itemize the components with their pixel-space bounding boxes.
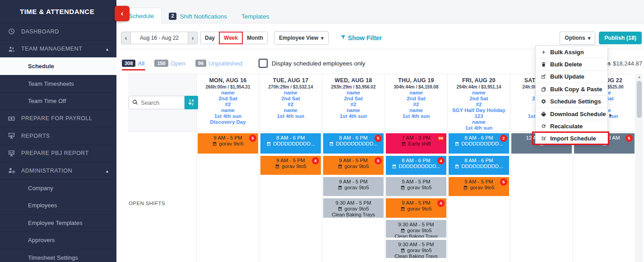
open-shifts-label: OPEN SHIFTS xyxy=(129,201,165,206)
sidebar-item-employee-templates[interactable]: Employee Templates xyxy=(0,214,116,232)
publish-button[interactable]: Publish (18) xyxy=(599,32,642,44)
day-link[interactable]: 123 xyxy=(448,113,510,119)
shift-slot xyxy=(511,154,572,176)
shift-card[interactable]: 9:30 AM - 5 PMgorav 9to5Clean Baking Tra… xyxy=(323,198,384,218)
shift-slot xyxy=(574,176,635,197)
menu-item-recalculate[interactable]: Recalculate xyxy=(536,120,607,132)
menu-item-schedule-settings[interactable]: Schedule Settings xyxy=(536,95,607,108)
sidebar-item-team-management[interactable]: TEAM MANAGEMENT xyxy=(0,40,116,58)
day-link[interactable]: name xyxy=(259,90,322,96)
scheduled-only-checkbox-group[interactable]: Display scheduled employees only xyxy=(259,59,365,68)
day-link[interactable]: name xyxy=(197,108,259,113)
menu-item-bulk-update[interactable]: Bulk Update xyxy=(536,70,607,83)
day-link[interactable]: #2 xyxy=(322,102,385,108)
sidebar-item-team-time-off[interactable]: Team Time Off xyxy=(0,92,116,110)
sidebar-item-schedule[interactable]: Schedule xyxy=(0,57,116,75)
scheduled-only-checkbox[interactable] xyxy=(259,59,268,68)
date-range[interactable]: Aug 16 - Aug 22 xyxy=(131,32,188,44)
scroll-up-icon[interactable]: ▲ xyxy=(636,74,643,80)
edit-icon xyxy=(541,74,547,80)
sidebar-item-reports[interactable]: REPORTS xyxy=(0,127,116,145)
shift-card[interactable]: 7 AM - 3 PMEarly shift99 xyxy=(386,133,446,154)
day-link[interactable]: 1st 4th sun xyxy=(322,113,385,119)
day-link[interactable]: name xyxy=(448,90,510,96)
day-link[interactable]: Discovery Day xyxy=(197,119,259,125)
day-link[interactable]: 2nd Sat xyxy=(197,96,259,102)
shift-slot xyxy=(511,197,572,219)
menu-item-bulk-assign[interactable]: Bulk Assign xyxy=(536,46,607,58)
sidebar-item-administration[interactable]: ADMINISTRATION xyxy=(0,162,116,179)
shift-card[interactable]: 9 AM - 5 PMgorav 9to54 xyxy=(260,156,321,175)
employee-view-dropdown[interactable]: Employee View xyxy=(274,31,329,45)
shift-card[interactable]: 9 AM - 5 PMgorav 9to55 xyxy=(323,156,384,175)
day-link[interactable]: name xyxy=(448,119,510,125)
menu-item-bulk-copy-paste[interactable]: Bulk Copy & Paste xyxy=(536,83,607,95)
filter-chip-open[interactable]: 150Open xyxy=(154,60,185,67)
day-link[interactable]: name xyxy=(385,108,447,113)
day-link[interactable]: #2 xyxy=(385,102,447,108)
view-month-button[interactable]: Month xyxy=(242,32,268,44)
sidebar-item-approvers[interactable]: Approvers xyxy=(0,231,116,249)
day-link[interactable]: name xyxy=(197,90,259,96)
sidebar-item-prepare-for-payroll[interactable]: PREPARE FOR PAYROLL xyxy=(0,110,116,127)
sidebar-item-company[interactable]: Company xyxy=(0,179,116,197)
sidebar-item-employees[interactable]: Employees xyxy=(0,196,116,214)
shift-card[interactable]: 9 AM - 5 PMgorav 9to55 xyxy=(449,177,509,196)
sidebar-item-dashboard[interactable]: DASHBOARD xyxy=(0,23,116,40)
shift-card[interactable]: 8 AM - 6 PMDDDDDDDDDD...2 xyxy=(449,133,509,154)
day-link[interactable]: 1st 4th sun xyxy=(448,125,510,131)
menu-item-import-schedule[interactable]: Import Schedule xyxy=(536,132,607,145)
shift-card[interactable]: 8 AM - 6 PMDDDDDDDDDD...5 xyxy=(323,133,384,154)
shift-card[interactable]: 9 AM - 5 PMgorav 9to54 xyxy=(386,198,446,218)
day-link[interactable]: 2nd Sat xyxy=(259,96,322,102)
sidebar-item-prepare-pbj-report[interactable]: PREPARE PBJ REPORT xyxy=(0,145,116,162)
prev-week-button[interactable]: ‹ xyxy=(121,32,131,44)
tab-shift-notifications[interactable]: 2Shift Notifications xyxy=(162,9,234,23)
day-link[interactable]: name xyxy=(322,108,385,113)
sidebar-item-team-timesheets[interactable]: Team Timesheets xyxy=(0,75,116,93)
day-link[interactable]: 2nd Sat xyxy=(385,96,447,102)
shift-card[interactable]: 9 AM - 5 PMgorav 9to55 xyxy=(198,133,258,154)
day-link[interactable]: #2 xyxy=(448,102,510,108)
day-link[interactable]: SGY Half Day Holiday xyxy=(448,108,510,113)
filter-chip-unpublished[interactable]: 96Unpublished xyxy=(195,60,242,67)
shift-card[interactable]: 9 AM - 5 PMgorav 9to5 xyxy=(386,177,446,196)
show-filter-button[interactable]: Show Filter xyxy=(340,34,382,42)
day-link[interactable]: 1st 4th sun xyxy=(385,113,447,119)
menu-item-bulk-delete[interactable]: Bulk Delete xyxy=(536,58,607,70)
options-button[interactable]: Options xyxy=(560,32,595,45)
day-link[interactable]: #2 xyxy=(259,102,322,108)
day-link[interactable]: 2nd Sat xyxy=(322,96,385,102)
day-header-thu-aug-19: THU, AUG 19304h:44m / $4,159.08name2nd S… xyxy=(385,74,447,131)
shift-time: 9 AM - 5 PM xyxy=(386,178,446,185)
day-link[interactable]: name xyxy=(259,108,322,113)
scrollbar-handle[interactable] xyxy=(637,81,642,118)
shift-slot xyxy=(511,219,572,239)
next-week-button[interactable]: › xyxy=(188,32,198,44)
shift-card[interactable]: 8 AM - 6 PMDDDDDDDDDD... xyxy=(449,156,509,175)
shift-slot xyxy=(574,239,635,259)
shift-card[interactable]: 9:30 AM - 5 PMgorav 9to5Clean Baking Tra… xyxy=(386,240,446,258)
day-column-wed-aug-18: 8 AM - 6 PMDDDDDDDDDD...59 AM - 5 PMgora… xyxy=(322,132,385,262)
sidebar-item-timesheet-settings[interactable]: Timesheet Settings xyxy=(0,249,116,262)
day-link[interactable]: 1st 4th sun xyxy=(259,113,322,119)
day-link[interactable]: #2 xyxy=(197,102,259,108)
view-day-button[interactable]: Day xyxy=(200,32,219,44)
view-week-button[interactable]: Week xyxy=(219,32,243,44)
menu-item-download-schedule[interactable]: Download Schedule xyxy=(536,108,607,120)
shift-name-line: DDDDDDDDDD... xyxy=(323,141,384,147)
vertical-scrollbar[interactable]: ▲ xyxy=(635,74,643,262)
day-link[interactable]: name xyxy=(322,90,385,96)
shift-card[interactable]: 9:30 AM - 5 PMgorav 9to5Clean Baking Tra… xyxy=(386,220,446,238)
shift-card[interactable]: 8 AM - 6 PMDDDDDDDDDD... xyxy=(260,133,321,154)
tab-templates[interactable]: Templates xyxy=(234,9,277,23)
sort-az-button[interactable]: AZ xyxy=(185,96,198,109)
shift-card[interactable]: 9 AM - 5 PMgorav 9to5 xyxy=(323,177,384,196)
filter-chip-all[interactable]: 308All xyxy=(122,60,144,67)
sidebar-collapse-button[interactable]: ‹ xyxy=(115,6,130,21)
shift-card[interactable]: 8 AM - 6 PMDDDDDDDDDD...4 xyxy=(386,156,446,175)
day-link[interactable]: name xyxy=(385,90,447,96)
day-link[interactable]: 1st 4th sun xyxy=(197,113,259,119)
day-link[interactable]: 2nd Sat xyxy=(448,96,510,102)
shift-name: gorav 9to5 xyxy=(407,228,431,234)
